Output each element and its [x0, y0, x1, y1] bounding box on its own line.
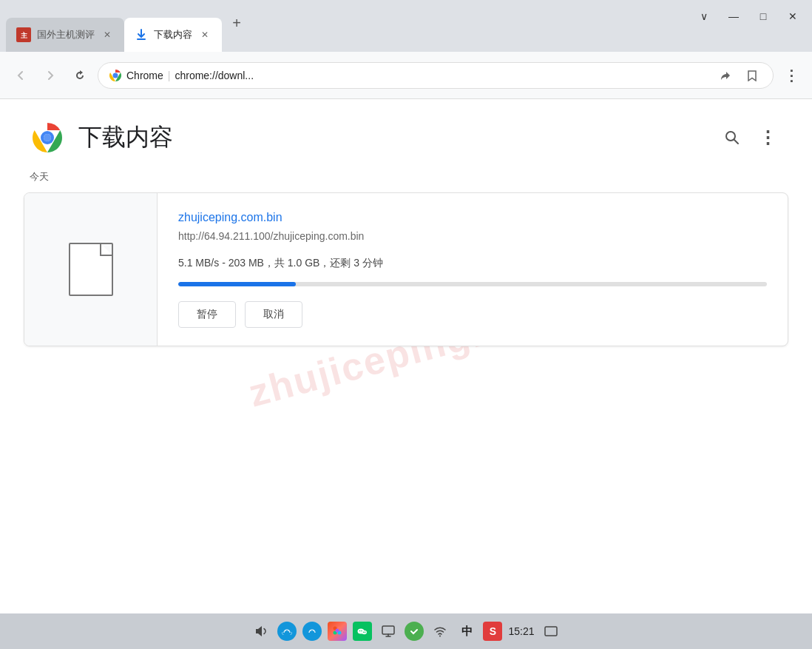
- svg-rect-2: [137, 38, 146, 40]
- svg-rect-33: [545, 627, 557, 636]
- tab-1-title: 国外主机测评: [37, 28, 95, 41]
- more-options-button[interactable]: ⋮: [753, 123, 782, 152]
- sogou-icon[interactable]: S: [483, 622, 502, 641]
- tab-1-close[interactable]: ✕: [101, 28, 114, 41]
- wifi-icon[interactable]: [430, 621, 450, 642]
- download-url: http://64.94.211.100/zhujiceping.com.bin: [178, 230, 767, 242]
- svg-point-15: [307, 626, 317, 637]
- tab-2-close[interactable]: ✕: [198, 28, 212, 41]
- svg-rect-30: [382, 626, 394, 634]
- search-button[interactable]: [717, 123, 747, 152]
- maximize-button[interactable]: □: [756, 9, 771, 24]
- address-bar[interactable]: Chrome | chrome://downl...: [98, 62, 774, 89]
- forward-button[interactable]: [38, 64, 62, 87]
- file-doc-icon: [69, 243, 113, 296]
- svg-text:主: 主: [21, 31, 28, 39]
- taskbar-time: 15:21: [508, 625, 534, 637]
- svg-point-22: [336, 629, 339, 633]
- tab-2-title: 下载内容: [154, 28, 192, 41]
- minimize-button[interactable]: —: [726, 9, 741, 24]
- svg-point-12: [282, 626, 292, 637]
- svg-point-17: [314, 630, 314, 631]
- svg-point-29: [365, 632, 365, 633]
- cancel-button[interactable]: 取消: [245, 301, 302, 328]
- bookmark-icon[interactable]: [742, 65, 762, 86]
- downloads-section: 今天 zhujiceping.com.bin http://64.94.211.…: [0, 170, 812, 346]
- download-filename[interactable]: zhujiceping.com.bin: [178, 211, 767, 224]
- check-icon[interactable]: [405, 622, 424, 641]
- svg-point-13: [285, 630, 286, 631]
- address-content: Chrome | chrome://downl...: [109, 69, 709, 82]
- tab-bar: 主 国外主机测评 ✕ 下载内容 ✕ + ∨ — □ ✕: [0, 0, 812, 52]
- wechat-icon[interactable]: [353, 622, 372, 641]
- download-card: zhujiceping.com.bin http://64.94.211.100…: [24, 192, 788, 346]
- page-content: zhujiceping.com 下载内容: [0, 99, 812, 613]
- svg-point-16: [311, 630, 311, 631]
- qq-icon-1[interactable]: [277, 622, 297, 641]
- page-header: 下载内容 ⋮: [0, 99, 812, 170]
- progress-bar-fill: [178, 282, 296, 286]
- chrome-icon: [109, 69, 122, 82]
- download-info: zhujiceping.com.bin http://64.94.211.100…: [158, 193, 788, 346]
- browser-window: 主 国外主机测评 ✕ 下载内容 ✕ + ∨ — □ ✕: [0, 0, 812, 649]
- svg-point-31: [408, 625, 420, 637]
- svg-point-14: [288, 630, 289, 631]
- svg-point-27: [362, 630, 367, 635]
- tab-2[interactable]: 下载内容 ✕: [124, 18, 222, 52]
- page-title-area: 下载内容: [30, 120, 173, 155]
- window-controls: ∨ — □ ✕: [697, 9, 800, 24]
- volume-icon[interactable]: [251, 621, 271, 642]
- header-actions: ⋮: [717, 123, 782, 152]
- download-actions: 暂停 取消: [178, 301, 767, 328]
- qq-icon-2[interactable]: [302, 622, 322, 641]
- share-icon[interactable]: [715, 65, 736, 86]
- back-button[interactable]: [9, 64, 33, 87]
- svg-point-5: [113, 73, 118, 78]
- page-title: 下载内容: [78, 121, 173, 154]
- svg-point-32: [439, 636, 441, 637]
- tab-favicon-1: 主: [16, 27, 31, 42]
- close-button[interactable]: ✕: [785, 9, 800, 24]
- progress-bar-container: [178, 282, 767, 286]
- section-label: 今天: [24, 170, 788, 184]
- svg-point-25: [359, 630, 361, 632]
- tab-favicon-2: [135, 28, 148, 41]
- chrome-logo-large: [30, 120, 65, 155]
- tab-1[interactable]: 主 国外主机测评 ✕: [6, 18, 124, 52]
- chevron-down-icon[interactable]: ∨: [697, 9, 711, 24]
- new-tab-button[interactable]: +: [225, 11, 248, 35]
- file-icon-area: [24, 193, 158, 346]
- download-speed: 5.1 MB/s - 203 MB，共 1.0 GB，还剩 3 分钟: [178, 257, 767, 270]
- menu-button[interactable]: ⋮: [779, 64, 803, 87]
- taskbar: 中 S 15:21: [0, 613, 812, 649]
- notification-icon[interactable]: [541, 621, 561, 642]
- address-url: chrome://downl...: [175, 70, 254, 81]
- svg-point-11: [726, 132, 735, 141]
- svg-point-10: [44, 134, 51, 141]
- taskbar-center: 中 S 15:21: [251, 621, 561, 642]
- browser-label: Chrome: [126, 70, 163, 81]
- figma-icon[interactable]: [328, 622, 347, 641]
- reload-button[interactable]: [68, 64, 92, 87]
- pause-button[interactable]: 暂停: [178, 301, 236, 328]
- display-icon[interactable]: [378, 621, 399, 642]
- navigation-bar: Chrome | chrome://downl... ⋮: [0, 52, 812, 99]
- language-icon[interactable]: 中: [456, 621, 477, 642]
- svg-point-28: [363, 632, 364, 633]
